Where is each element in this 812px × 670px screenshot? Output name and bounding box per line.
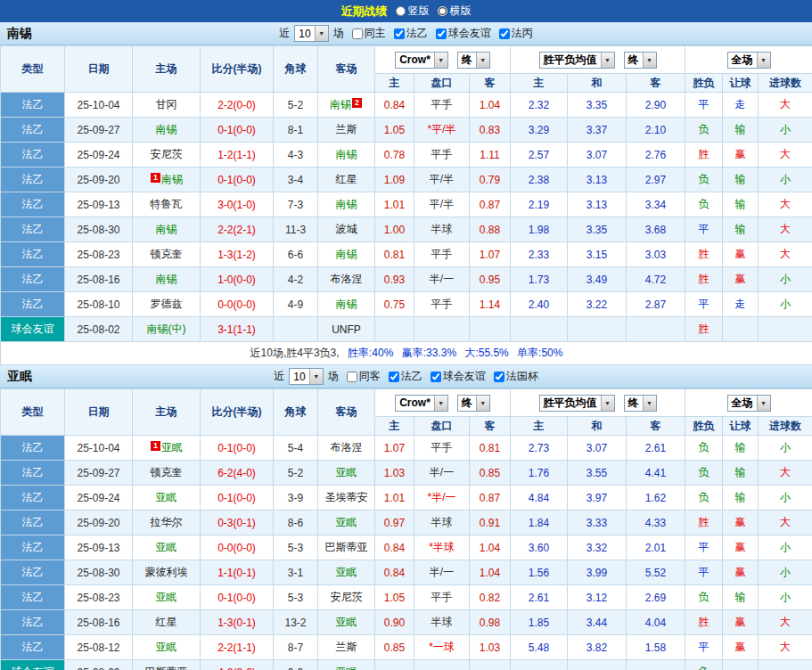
score-cell: 2-2(0-0) bbox=[201, 93, 274, 118]
odds-time-select[interactable]: 终 ▼ bbox=[457, 395, 490, 412]
layout-radio-vertical[interactable]: 竖版 bbox=[396, 4, 430, 19]
top-bar: 近期战绩 竖版 横版 bbox=[0, 0, 812, 22]
match-count-select[interactable]: 10 ▼ bbox=[294, 25, 328, 42]
avg-odds-select[interactable]: 胜平负均值 ▼ bbox=[539, 395, 615, 412]
filter-national3[interactable]: 法丙 bbox=[499, 26, 533, 41]
home-team-cell: 1南锡 bbox=[133, 168, 201, 192]
col-header-home: 主场 bbox=[133, 389, 201, 436]
match-row: 法乙25-09-201南锡0-1(0-0)3-4红星1.09平/半0.792.3… bbox=[1, 168, 812, 192]
filter-french-cup[interactable]: 法国杯 bbox=[494, 369, 538, 384]
national3-checkbox[interactable] bbox=[499, 29, 510, 39]
away-odds-cell: 1.04 bbox=[470, 535, 511, 560]
scope-select[interactable]: 全场 ▼ bbox=[727, 52, 771, 69]
avg-odds-select[interactable]: 胜平负均值 ▼ bbox=[539, 52, 615, 69]
away-team-cell: 安尼茨 bbox=[318, 585, 375, 610]
away-team-name: 红星 bbox=[336, 173, 357, 185]
league-type-cell: 法乙 bbox=[1, 486, 65, 511]
goals-cell: 小 bbox=[759, 560, 812, 585]
home-team-name: 罗德兹 bbox=[151, 298, 183, 310]
avg-time-select[interactable]: 终 ▼ bbox=[624, 52, 657, 69]
odds-source-select[interactable]: Crow* ▼ bbox=[395, 395, 448, 412]
chevron-down-icon: ▼ bbox=[476, 396, 489, 411]
avg-away-cell: 2.87 bbox=[627, 292, 685, 317]
match-row: 球会友谊25-08-02南锡(中)3-1(1-1)UNFP胜 bbox=[1, 317, 812, 342]
match-row: 法乙25-09-27南锡0-1(0-0)8-1兰斯1.05*平/半0.833.2… bbox=[1, 118, 812, 143]
avg-home-cell: 2.73 bbox=[511, 436, 568, 461]
same-venue-checkbox[interactable] bbox=[347, 372, 357, 382]
match-row: 法乙25-08-10罗德兹0-0(0-0)4-9南锡0.75平手1.142.40… bbox=[1, 292, 812, 317]
avg-away-cell bbox=[627, 317, 685, 342]
handicap-cell bbox=[414, 660, 470, 670]
corners-cell bbox=[274, 317, 318, 342]
layout-radio-horizontal[interactable]: 横版 bbox=[438, 4, 472, 19]
away-odds-cell: 0.91 bbox=[470, 511, 511, 535]
corners-cell: 13-2 bbox=[274, 610, 318, 635]
away-team-name: 圣埃蒂安 bbox=[325, 491, 368, 503]
match-date-cell: 25-09-13 bbox=[65, 192, 133, 217]
handicap-cell: 平/半 bbox=[414, 192, 470, 217]
match-date-cell: 25-10-04 bbox=[65, 93, 133, 118]
horizontal-radio-input[interactable] bbox=[438, 6, 447, 16]
avg-draw-cell bbox=[568, 317, 627, 342]
club-friendly-checkbox[interactable] bbox=[436, 29, 447, 39]
handicap-cell: *平/半 bbox=[414, 118, 470, 143]
match-row: 法乙25-08-30南锡2-2(2-1)11-3波城1.00半球0.881.98… bbox=[1, 217, 812, 242]
home-team-name: 甘冈 bbox=[156, 98, 177, 110]
away-team-cell: 南锡 bbox=[318, 292, 375, 317]
away-team-cell: 兰斯 bbox=[318, 118, 375, 143]
home-team-name: 顿克奎 bbox=[151, 466, 183, 478]
goals-cell: 小 bbox=[759, 535, 812, 560]
vertical-radio-input[interactable] bbox=[396, 6, 406, 16]
odds-time-select[interactable]: 终 ▼ bbox=[457, 52, 490, 69]
avg-away-cell: 3.68 bbox=[627, 217, 685, 242]
home-odds-cell: 0.97 bbox=[375, 511, 414, 535]
handicap-result-cell: 赢 bbox=[723, 560, 759, 585]
filter-same-venue[interactable]: 同客 bbox=[347, 369, 381, 384]
scope-select[interactable]: 全场 ▼ bbox=[727, 395, 771, 412]
home-odds-cell: 0.84 bbox=[375, 535, 414, 560]
home-team-name: 亚眠 bbox=[156, 591, 177, 603]
checkbox-label: 球会友谊 bbox=[448, 26, 491, 41]
home-odds-cell: 1.05 bbox=[375, 118, 414, 143]
checkbox-label: 法丙 bbox=[512, 26, 533, 41]
match-date-cell: 25-08-23 bbox=[65, 585, 133, 610]
checkbox-label: 法乙 bbox=[406, 26, 428, 41]
away-odds-cell: 1.03 bbox=[470, 635, 511, 660]
handicap-result-cell: 赢 bbox=[723, 143, 759, 168]
col-header-odds-home: 主 bbox=[375, 417, 414, 436]
goals-cell: 大 bbox=[759, 192, 812, 217]
home-odds-cell: 0.93 bbox=[375, 267, 414, 292]
avg-time-select[interactable]: 终 ▼ bbox=[624, 395, 657, 412]
avg-draw-cell: 3.15 bbox=[568, 242, 627, 267]
away-team-cell: 亚眠 bbox=[318, 660, 375, 670]
avg-home-cell: 5.48 bbox=[511, 635, 568, 660]
ligue2-checkbox[interactable] bbox=[394, 29, 405, 39]
near-label: 近 bbox=[279, 26, 290, 41]
filter-club-friendly[interactable]: 球会友谊 bbox=[436, 26, 491, 41]
match-count-select[interactable]: 10 ▼ bbox=[289, 368, 323, 385]
filter-same-venue[interactable]: 同主 bbox=[352, 26, 386, 41]
filter-club-friendly[interactable]: 球会友谊 bbox=[431, 369, 486, 384]
col-header-handicap-result: 让球 bbox=[723, 74, 759, 93]
radio-label-vertical: 竖版 bbox=[408, 4, 430, 19]
radio-label-horizontal: 横版 bbox=[450, 4, 472, 19]
league-type-cell: 法乙 bbox=[1, 635, 65, 660]
col-header-date: 日期 bbox=[65, 46, 133, 93]
away-team-name: 亚眠 bbox=[336, 566, 357, 578]
away-odds-cell bbox=[470, 660, 511, 670]
filter-ligue2[interactable]: 法乙 bbox=[389, 369, 422, 384]
french-cup-checkbox[interactable] bbox=[494, 372, 504, 382]
odds-source-select[interactable]: Crow* ▼ bbox=[395, 52, 448, 69]
ligue2-checkbox[interactable] bbox=[389, 372, 399, 382]
club-friendly-checkbox[interactable] bbox=[431, 372, 441, 382]
col-header-result: 胜负 bbox=[685, 417, 723, 436]
home-odds-cell: 0.84 bbox=[375, 560, 414, 585]
league-type-cell: 法乙 bbox=[1, 192, 65, 217]
filter-ligue2[interactable]: 法乙 bbox=[394, 26, 428, 41]
goals-cell bbox=[759, 317, 812, 342]
away-team-name: 南锡 bbox=[336, 148, 357, 160]
same-venue-checkbox[interactable] bbox=[352, 29, 363, 39]
checkbox-label: 球会友谊 bbox=[443, 369, 486, 384]
avg-draw-cell: 3.55 bbox=[568, 461, 627, 486]
away-team-name: 亚眠 bbox=[336, 616, 357, 628]
